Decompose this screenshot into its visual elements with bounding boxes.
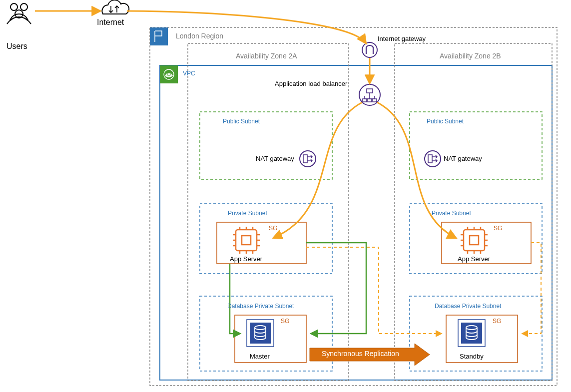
alb-label: Application load balancer	[275, 80, 347, 87]
svg-point-37	[255, 326, 266, 330]
app-server-a-label: App Server	[230, 255, 262, 263]
app-server-b-label: App Server	[458, 255, 490, 263]
svg-rect-11	[410, 204, 542, 274]
svg-point-19	[20, 3, 27, 10]
svg-rect-30	[428, 155, 432, 163]
public-subnet-a-label: Public Subnet	[223, 118, 260, 125]
sg-app-b-label: SG	[494, 225, 502, 232]
nat-b-label: NAT gateway	[444, 155, 482, 162]
svg-rect-38	[458, 320, 485, 347]
svg-rect-28	[303, 155, 307, 163]
svg-rect-6	[188, 43, 349, 381]
db-subnet-a-label: Database Private Subnet	[227, 303, 294, 310]
svg-rect-0	[150, 27, 557, 386]
vpc-label: VPC	[183, 70, 195, 77]
svg-rect-5	[167, 73, 170, 75]
svg-rect-3	[160, 65, 178, 83]
svg-rect-32	[242, 236, 251, 245]
svg-rect-7	[395, 43, 552, 381]
private-subnet-b-label: Private Subnet	[432, 210, 471, 217]
svg-rect-25	[368, 99, 372, 102]
sg-app-a-label: SG	[269, 225, 277, 232]
private-subnet-a-label: Private Subnet	[228, 210, 267, 217]
svg-rect-36	[250, 323, 271, 344]
region-label: London Region	[176, 32, 223, 40]
svg-rect-26	[373, 99, 377, 102]
svg-rect-24	[363, 99, 367, 102]
sg-db-a-label: SG	[281, 318, 289, 325]
master-label: Master	[250, 353, 270, 360]
public-subnet-b-label: Public Subnet	[427, 118, 464, 125]
db-subnet-b-label: Database Private Subnet	[435, 303, 501, 310]
internet-label: Internet	[97, 18, 124, 27]
standby-label: Standby	[460, 353, 484, 360]
igw-label: Internet gateway	[378, 35, 426, 42]
architecture-diagram: Users Internet London Region Internet ga…	[0, 0, 571, 392]
svg-point-29	[425, 151, 441, 167]
svg-point-20	[15, 10, 23, 18]
sg-db-b-label: SG	[493, 318, 501, 325]
az2b-label: Availability Zone 2B	[440, 52, 501, 60]
nat-a-label: NAT gateway	[256, 155, 294, 162]
svg-point-21	[362, 42, 377, 57]
svg-rect-1	[150, 27, 168, 45]
svg-rect-23	[367, 89, 373, 93]
svg-point-22	[359, 84, 380, 105]
svg-rect-34	[470, 236, 479, 245]
svg-point-4	[164, 69, 174, 79]
az2a-label: Availability Zone 2A	[236, 52, 297, 60]
svg-rect-35	[247, 320, 274, 347]
svg-rect-31	[236, 230, 257, 251]
svg-rect-33	[464, 230, 485, 251]
users-label: Users	[6, 42, 27, 51]
svg-rect-8	[200, 112, 332, 179]
svg-rect-2	[160, 65, 552, 380]
svg-rect-16	[235, 315, 306, 363]
svg-point-18	[10, 3, 17, 10]
svg-point-40	[466, 326, 477, 330]
svg-rect-39	[461, 323, 482, 344]
svg-point-27	[300, 151, 316, 167]
sync-repl-label: Synchronous Replication	[322, 350, 399, 358]
